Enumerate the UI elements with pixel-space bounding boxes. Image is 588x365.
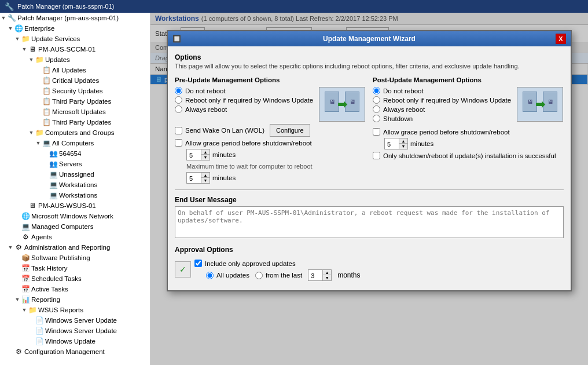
from-last-radio[interactable]: [255, 272, 263, 279]
sidebar-item-critical-updates[interactable]: 📋Critical Updates: [0, 75, 150, 86]
post-opt-shutdown[interactable]: Shutdown: [373, 115, 511, 122]
admin-icon: ⚙: [14, 243, 23, 252]
sidebar-item-third-party-updates-2[interactable]: 📋Third Party Updates: [0, 117, 150, 127]
expander-pm-aus-sccm-01[interactable]: ▼: [21, 46, 28, 52]
expander-all-computers[interactable]: ▼: [35, 140, 42, 146]
only-success-checkbox[interactable]: [373, 152, 380, 159]
pre-opt-no-reboot[interactable]: Do not reboot: [175, 87, 313, 94]
sidebar-item-all-computers[interactable]: ▼💻All Computers: [0, 138, 150, 148]
sidebar-item-unassigned[interactable]: 💻Unassigned: [0, 169, 150, 180]
configure-button[interactable]: Configure: [270, 124, 310, 137]
sidebar-label-critical-updates: Critical Updates: [52, 77, 99, 84]
expander-computers-groups[interactable]: ▼: [28, 130, 35, 136]
pre-radio-if-required[interactable]: [175, 96, 182, 104]
sidebar-item-computers-groups[interactable]: ▼📁Computers and Groups: [0, 127, 150, 138]
modal-close-button[interactable]: X: [556, 34, 566, 44]
sidebar-item-admin-reporting[interactable]: ▼⚙Administration and Reporting: [0, 242, 150, 253]
post-opt-always-reboot[interactable]: Always reboot: [373, 105, 511, 113]
sidebar-item-ms-windows-network[interactable]: 🌐Microsoft Windows Network: [0, 211, 150, 221]
expander-enterprise[interactable]: ▼: [7, 25, 14, 31]
sidebar-item-software-publishing[interactable]: 📦Software Publishing: [0, 253, 150, 263]
sidebar-item-all-updates[interactable]: 📋All Updates: [0, 65, 150, 75]
sidebar-item-pm-aus-sccm-01[interactable]: ▼🖥PM-AUS-SCCM-01: [0, 44, 150, 54]
sidebar-item-pm-aus-wsus-01[interactable]: 🖥PM-AUS-WSUS-01: [0, 200, 150, 211]
end-user-textarea[interactable]: [175, 206, 564, 238]
sidebar-label-update-services: Update Services: [31, 35, 80, 42]
group-icon: 👥: [49, 159, 58, 169]
post-spinner-down[interactable]: ▼: [399, 144, 407, 149]
wake-on-lan-checkbox[interactable]: [175, 127, 182, 134]
pre-spinner-down[interactable]: ▼: [201, 155, 210, 160]
end-user-section: End User Message: [175, 196, 564, 240]
sidebar-item-servers[interactable]: 👥Servers: [0, 159, 150, 169]
post-opt-if-required[interactable]: Reboot only if required by Windows Updat…: [373, 96, 511, 104]
expander-update-services[interactable]: ▼: [14, 36, 21, 42]
sidebar-item-reporting[interactable]: ▼📊Reporting: [0, 294, 150, 305]
months-down[interactable]: ▼: [323, 275, 331, 280]
from-last-option[interactable]: from the last: [255, 272, 302, 279]
expander-wsus-reports[interactable]: ▼: [21, 307, 28, 313]
grace-period-row: Allow grace period before shutdown/reboo…: [175, 139, 366, 147]
options-header: Options: [175, 53, 564, 61]
post-minutes-spinner[interactable]: 5 ▲ ▼: [384, 138, 408, 149]
sidebar-item-enterprise[interactable]: ▼🌐Enterprise: [0, 23, 150, 34]
sidebar-item-managed-computers[interactable]: 💻Managed Computers: [0, 221, 150, 232]
sidebar-item-third-party-updates[interactable]: 📋Third Party Updates: [0, 96, 150, 107]
expander-reporting[interactable]: ▼: [14, 297, 21, 302]
sidebar-label-all-computers: All Computers: [52, 140, 94, 147]
pre-opt-always-reboot[interactable]: Always reboot: [175, 105, 313, 113]
sidebar-item-config-management[interactable]: ⚙Configuration Management: [0, 346, 150, 357]
months-spinner-buttons: ▲ ▼: [322, 270, 331, 280]
include-approved-row[interactable]: Include only approved updates: [194, 260, 361, 267]
post-radio-if-required[interactable]: [373, 96, 380, 104]
sidebar-item-security-updates[interactable]: 📋Security Updates: [0, 86, 150, 96]
grace-period-checkbox[interactable]: [175, 139, 182, 147]
post-radio-no-reboot[interactable]: [373, 87, 380, 94]
post-radio-always-reboot[interactable]: [373, 105, 380, 113]
all-updates-option[interactable]: All updates: [206, 272, 249, 279]
sidebar-label-windows-server-update-2: Windows Server Update: [45, 327, 117, 334]
pre-radio-always-reboot[interactable]: [175, 105, 182, 113]
expander-patch-manager[interactable]: ▼: [0, 15, 7, 21]
pre-minutes-spinner[interactable]: 5 ▲ ▼: [186, 149, 210, 160]
pre-spinner-up[interactable]: ▲: [201, 149, 210, 155]
sidebar-item-update-services[interactable]: ▼📁Update Services: [0, 34, 150, 44]
sidebar-item-patch-manager[interactable]: ▼🔧Patch Manager (pm-aus-sspm-01): [0, 13, 150, 23]
months-up[interactable]: ▲: [323, 270, 331, 275]
sidebar-item-workstations-2[interactable]: 💻Workstations: [0, 190, 150, 200]
post-spinner-up[interactable]: ▲: [399, 138, 407, 144]
post-radio-shutdown[interactable]: [373, 115, 380, 122]
all-updates-radio[interactable]: [206, 272, 214, 279]
include-approved-checkbox[interactable]: [194, 260, 202, 267]
months-spinner[interactable]: 3 ▲ ▼: [308, 269, 332, 281]
sidebar-item-windows-server-update-1[interactable]: 📄Windows Server Update: [0, 315, 150, 326]
approval-title: Approval Options: [175, 246, 564, 254]
server-icon: 🖥: [28, 201, 37, 210]
sidebar-item-564654[interactable]: 👥564654: [0, 148, 150, 159]
computers-icon: 💻: [49, 170, 58, 179]
sidebar-item-workstations[interactable]: 💻Workstations: [0, 180, 150, 190]
expander-admin-reporting[interactable]: ▼: [7, 244, 14, 250]
report-folder-icon: 📁: [28, 305, 37, 315]
sidebar-item-task-history[interactable]: 📅Task History: [0, 263, 150, 273]
modal-icon: 🔲: [172, 35, 183, 43]
sidebar-item-active-tasks[interactable]: 📅Active Tasks: [0, 284, 150, 294]
post-opt-no-reboot[interactable]: Do not reboot: [373, 87, 511, 94]
max-wait-spinner[interactable]: 5 ▲ ▼: [186, 172, 210, 184]
sidebar-item-agents[interactable]: ⚙Agents: [0, 232, 150, 242]
sidebar-item-wsus-reports[interactable]: ▼📁WSUS Reports: [0, 305, 150, 315]
sidebar-item-windows-update[interactable]: 📄Windows Update: [0, 336, 150, 346]
folder-icon: 📁: [21, 34, 30, 43]
expander-updates[interactable]: ▼: [28, 57, 35, 63]
post-grace-period-checkbox[interactable]: [373, 128, 380, 136]
sidebar-item-updates[interactable]: ▼📁Updates: [0, 54, 150, 65]
pre-radio-no-reboot[interactable]: [175, 87, 182, 94]
max-wait-up[interactable]: ▲: [201, 173, 210, 178]
sidebar-item-windows-server-update-2[interactable]: 📄Windows Server Update: [0, 326, 150, 336]
max-wait-down[interactable]: ▼: [201, 178, 210, 183]
sidebar-item-microsoft-updates[interactable]: 📋Microsoft Updates: [0, 107, 150, 117]
sidebar-item-scheduled-tasks[interactable]: 📅Scheduled Tasks: [0, 273, 150, 284]
post-update-section: Post-Update Management Options Do not re…: [373, 76, 564, 184]
from-last-label: from the last: [266, 272, 302, 279]
pre-opt-if-required[interactable]: Reboot only if required by Windows Updat…: [175, 96, 313, 104]
